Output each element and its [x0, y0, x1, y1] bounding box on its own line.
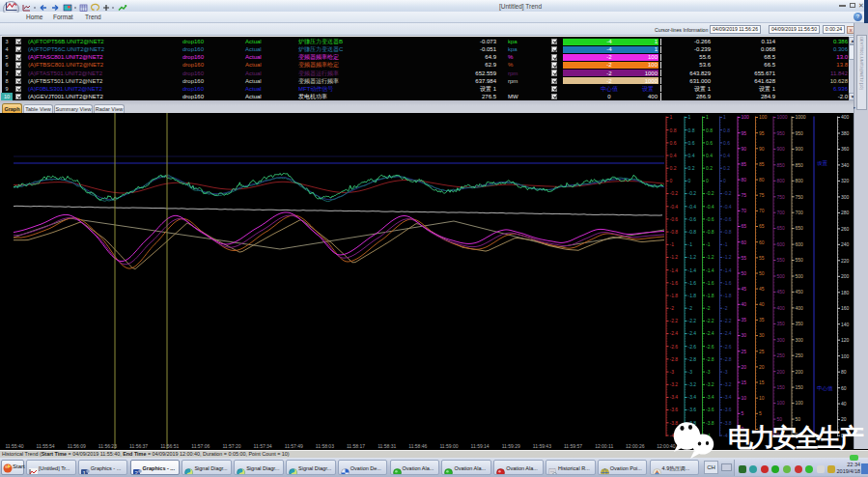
svg-text:-1.6: -1.6	[706, 280, 714, 286]
svg-text:-1: -1	[706, 241, 711, 247]
svg-text:-0.2: -0.2	[688, 190, 697, 196]
svg-text:-0.8: -0.8	[723, 229, 732, 235]
svg-text:0.4: 0.4	[670, 153, 677, 158]
svg-text:50: 50	[759, 270, 765, 276]
svg-text:-2.2: -2.2	[723, 318, 732, 323]
svg-text:40: 40	[742, 301, 747, 307]
svg-text:600: 600	[777, 241, 786, 247]
svg-text:-3.6: -3.6	[670, 407, 679, 412]
svg-text:200: 200	[841, 273, 850, 279]
svg-text:350: 350	[777, 321, 786, 326]
svg-text:0.2: 0.2	[688, 165, 695, 171]
svg-text:90: 90	[742, 146, 747, 152]
svg-text:65: 65	[742, 223, 747, 229]
svg-text:300: 300	[796, 337, 804, 343]
svg-text:0.4: 0.4	[723, 153, 730, 158]
svg-text:-1.2: -1.2	[723, 254, 732, 260]
svg-text:0.8: 0.8	[670, 127, 677, 133]
svg-text:-3: -3	[706, 369, 711, 375]
svg-text:-3.2: -3.2	[706, 381, 714, 387]
svg-text:15: 15	[742, 379, 747, 385]
svg-text:340: 340	[841, 162, 850, 168]
svg-text:380: 380	[841, 130, 850, 136]
svg-text:-3.2: -3.2	[688, 381, 697, 387]
svg-text:250: 250	[796, 352, 804, 358]
svg-text:-2.8: -2.8	[670, 356, 679, 362]
svg-text:35: 35	[759, 317, 765, 323]
svg-text:700: 700	[777, 210, 786, 215]
svg-text:40: 40	[759, 301, 765, 307]
svg-text:-2: -2	[723, 305, 728, 311]
svg-text:1: 1	[723, 114, 726, 120]
svg-text:-3.2: -3.2	[670, 381, 679, 387]
svg-text:10: 10	[759, 395, 765, 401]
svg-text:-1.6: -1.6	[670, 280, 679, 286]
svg-text:75: 75	[759, 192, 765, 198]
svg-text:-1.4: -1.4	[670, 267, 679, 273]
svg-text:95: 95	[759, 130, 765, 136]
svg-text:-3: -3	[723, 369, 728, 375]
svg-text:850: 850	[777, 162, 786, 168]
svg-text:65: 65	[759, 223, 765, 229]
svg-text:1000: 1000	[796, 114, 806, 120]
svg-text:1000: 1000	[777, 114, 788, 120]
svg-text:30: 30	[759, 332, 765, 338]
svg-text:-3.6: -3.6	[706, 407, 714, 412]
svg-text:-0.8: -0.8	[706, 229, 714, 235]
svg-text:-1.8: -1.8	[723, 293, 732, 298]
svg-text:0.8: 0.8	[723, 127, 730, 133]
svg-text:260: 260	[841, 226, 850, 232]
svg-text:1: 1	[688, 114, 691, 120]
svg-text:-1.2: -1.2	[688, 254, 697, 260]
svg-text:40: 40	[841, 401, 847, 407]
svg-text:-1: -1	[688, 241, 693, 247]
svg-text:-0.2: -0.2	[670, 190, 679, 196]
svg-text:95: 95	[742, 130, 747, 136]
svg-text:-2.6: -2.6	[670, 344, 679, 350]
svg-text:0.2: 0.2	[706, 165, 713, 171]
svg-text:450: 450	[796, 289, 804, 295]
svg-text:-2.4: -2.4	[706, 330, 714, 336]
svg-text:10: 10	[742, 395, 747, 401]
svg-text:60: 60	[759, 239, 765, 245]
svg-text:0.6: 0.6	[670, 140, 677, 146]
svg-text:-0.2: -0.2	[723, 190, 732, 196]
svg-text:-3.4: -3.4	[670, 394, 679, 400]
svg-text:-0.6: -0.6	[723, 216, 732, 222]
svg-text:-3.6: -3.6	[688, 407, 697, 412]
svg-text:-0.4: -0.4	[670, 204, 679, 210]
svg-text:80: 80	[841, 369, 847, 375]
svg-text:设置: 设置	[817, 160, 828, 166]
svg-text:-1.8: -1.8	[706, 293, 714, 298]
svg-text:90: 90	[759, 146, 765, 152]
svg-text:200: 200	[796, 369, 804, 375]
svg-text:550: 550	[796, 257, 804, 263]
svg-text:500: 500	[796, 273, 804, 279]
svg-text:300: 300	[841, 194, 850, 200]
svg-text:-3.4: -3.4	[723, 394, 732, 400]
svg-text:1: 1	[706, 114, 709, 120]
svg-text:-0.4: -0.4	[706, 204, 714, 210]
svg-text:650: 650	[777, 225, 786, 231]
svg-text:-2.4: -2.4	[670, 330, 679, 336]
svg-text:-2.8: -2.8	[706, 356, 714, 362]
svg-text:240: 240	[841, 241, 850, 247]
svg-text:0: 0	[670, 178, 673, 183]
svg-text:600: 600	[796, 241, 804, 247]
svg-text:100: 100	[777, 400, 786, 406]
svg-text:-2: -2	[706, 305, 711, 311]
svg-text:-3: -3	[670, 369, 675, 375]
svg-text:800: 800	[796, 178, 804, 183]
svg-text:-0.2: -0.2	[706, 190, 714, 196]
svg-text:-2: -2	[670, 305, 675, 311]
svg-text:75: 75	[742, 192, 747, 198]
svg-text:50: 50	[742, 270, 747, 276]
svg-text:750: 750	[777, 194, 786, 200]
svg-text:-1.6: -1.6	[688, 280, 697, 286]
svg-text:0: 0	[688, 178, 691, 183]
svg-text:100: 100	[742, 114, 750, 120]
svg-text:0.4: 0.4	[706, 153, 713, 158]
svg-text:0.6: 0.6	[688, 140, 695, 146]
svg-text:500: 500	[777, 273, 786, 279]
svg-text:-0.4: -0.4	[688, 204, 697, 210]
